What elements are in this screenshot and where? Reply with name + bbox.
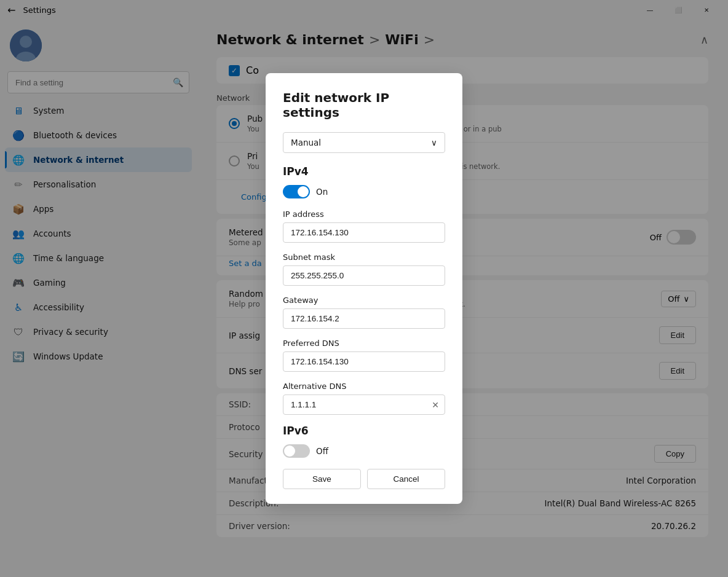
- alternative-dns-field: ✕: [283, 394, 445, 415]
- preferred-dns-label: Preferred DNS: [283, 339, 445, 348]
- subnet-mask-label: Subnet mask: [283, 253, 445, 262]
- ipv6-section: IPv6 Off: [283, 425, 445, 458]
- ipv4-toggle[interactable]: [283, 185, 310, 198]
- subnet-mask-input[interactable]: [283, 265, 445, 286]
- modal-overlay: Edit network IP settings Manual ∨ IPv4 O…: [0, 0, 728, 577]
- alternative-dns-input[interactable]: [283, 394, 445, 415]
- ipv4-toggle-label: On: [316, 187, 328, 197]
- ip-address-label: IP address: [283, 210, 445, 219]
- ipv4-toggle-row: On: [283, 185, 445, 198]
- preferred-dns-input[interactable]: [283, 351, 445, 372]
- alternative-dns-label: Alternative DNS: [283, 382, 445, 391]
- dialog-actions: Save Cancel: [283, 469, 445, 489]
- ipv6-toggle[interactable]: [283, 444, 310, 458]
- clear-icon[interactable]: ✕: [432, 400, 439, 410]
- gateway-label: Gateway: [283, 296, 445, 305]
- ip-address-input[interactable]: [283, 222, 445, 243]
- ipv6-toggle-row: Off: [283, 444, 445, 458]
- dropdown-chevron-icon: ∨: [431, 138, 437, 147]
- mode-dropdown-label: Manual: [291, 138, 321, 147]
- ipv6-heading: IPv6: [283, 425, 445, 437]
- mode-dropdown[interactable]: Manual ∨: [283, 132, 445, 153]
- edit-ip-dialog: Edit network IP settings Manual ∨ IPv4 O…: [266, 73, 462, 504]
- ipv6-toggle-label: Off: [316, 446, 328, 456]
- ipv4-heading: IPv4: [283, 165, 445, 178]
- dialog-title: Edit network IP settings: [283, 90, 445, 120]
- gateway-input[interactable]: [283, 308, 445, 329]
- save-button[interactable]: Save: [283, 469, 361, 489]
- cancel-button[interactable]: Cancel: [367, 469, 445, 489]
